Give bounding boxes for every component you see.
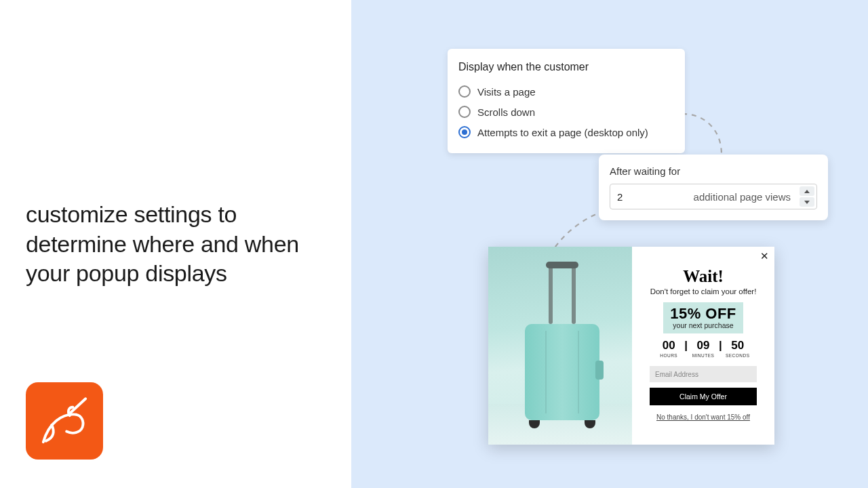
stepper-up-button[interactable]	[800, 186, 814, 196]
offer-caption: your next purchase	[670, 321, 736, 329]
timer-minutes-label: MINUTES	[689, 353, 717, 358]
card-title: After waiting for	[610, 165, 817, 177]
radio-icon	[458, 106, 471, 118]
radio-icon	[458, 126, 471, 138]
radio-label: Attempts to exit a page (desktop only)	[477, 127, 648, 138]
popup-title: Wait!	[683, 267, 724, 286]
decline-link[interactable]: No thanks, I don't want 15% off	[656, 413, 750, 421]
popup-image	[488, 247, 632, 445]
suitcase-handle-icon	[546, 266, 578, 324]
unicorn-icon	[38, 394, 91, 447]
stepper-value: 2	[617, 191, 665, 203]
timer-seconds: 50	[724, 339, 752, 352]
chevron-up-icon	[804, 190, 810, 193]
radio-option-exit-intent[interactable]: Attempts to exit a page (desktop only)	[458, 122, 674, 142]
radio-icon	[458, 85, 471, 98]
stepper-down-button[interactable]	[800, 197, 814, 207]
offer-badge: 15% OFF your next purchase	[663, 302, 743, 333]
brand-logo	[26, 382, 103, 460]
claim-offer-button[interactable]: Claim My Offer	[650, 388, 757, 405]
radio-option-scrolls-down[interactable]: Scrolls down	[458, 102, 674, 122]
email-input[interactable]: Email Address	[650, 366, 757, 382]
card-title: Display when the customer	[458, 61, 674, 73]
page-views-stepper[interactable]: 2 additional page views	[610, 184, 817, 209]
countdown-timer: 00 HOURS | 09 MINUTES | 50 SECONDS	[654, 339, 752, 358]
timer-hours: 00	[654, 339, 683, 352]
close-icon[interactable]: ✕	[760, 251, 769, 261]
popup-subtitle: Don't forget to claim your offer!	[650, 287, 757, 296]
radio-label: Scrolls down	[477, 106, 535, 118]
radio-option-visits-page[interactable]: Visits a page	[458, 81, 674, 102]
delay-card: After waiting for 2 additional page view…	[599, 155, 828, 220]
offer-amount: 15% OFF	[670, 305, 736, 323]
suitcase-icon	[525, 324, 599, 420]
timer-seconds-label: SECONDS	[724, 353, 752, 358]
chevron-down-icon	[804, 201, 810, 204]
timer-hours-label: HOURS	[654, 353, 683, 358]
display-trigger-card: Display when the customer Visits a page …	[448, 49, 685, 153]
headline: customize settings to determine where an…	[26, 200, 324, 289]
timer-minutes: 09	[689, 339, 717, 352]
radio-label: Visits a page	[477, 86, 536, 98]
stepper-suffix: additional page views	[665, 191, 792, 203]
popup-preview: ✕ Wait! Don't forget to claim your offer…	[488, 247, 774, 445]
